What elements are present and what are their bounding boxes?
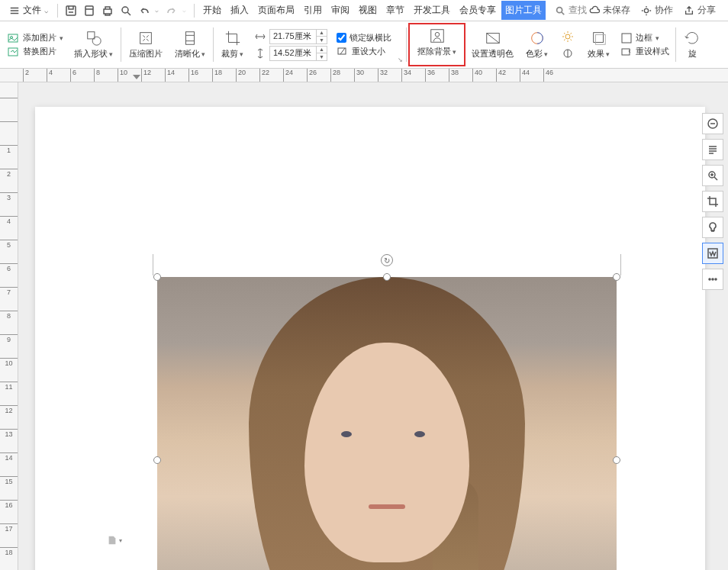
- reset-size-button[interactable]: 重设大小: [337, 45, 391, 57]
- border-button[interactable]: 边框▾: [620, 32, 669, 44]
- ruler-tick: 38: [449, 69, 472, 82]
- tab-insert[interactable]: 插入: [227, 1, 253, 20]
- add-image-button[interactable]: 添加图片▾: [8, 32, 63, 44]
- height-input[interactable]: 14.52厘米 ▲▼: [269, 46, 327, 61]
- width-value: 21.75厘米: [273, 31, 311, 42]
- reset-style-button[interactable]: 重设样式: [620, 46, 669, 58]
- replace-image-button[interactable]: 替换图片: [8, 46, 63, 58]
- file-menu[interactable]: 文件 ⌵: [5, 2, 53, 18]
- width-spin-down[interactable]: ▼: [317, 37, 327, 43]
- svg-rect-8: [8, 48, 18, 56]
- resize-handle-tm[interactable]: [383, 273, 391, 281]
- svg-rect-21: [595, 34, 605, 44]
- contrast-icon: [562, 47, 574, 60]
- vertical-ruler[interactable]: 123456789101112131415161718192021: [0, 82, 18, 570]
- ruler-tick: 2: [23, 69, 47, 82]
- height-icon: [254, 47, 266, 60]
- transparent-icon: [485, 30, 501, 47]
- print-button[interactable]: [99, 2, 116, 19]
- ruler-tick: 7: [0, 287, 18, 311]
- side-more-button[interactable]: [702, 269, 723, 290]
- ruler-tick: 24: [283, 69, 307, 82]
- contrast-button[interactable]: [559, 46, 577, 61]
- tab-references[interactable]: 引用: [300, 1, 326, 20]
- separator: [194, 4, 195, 18]
- rotate-handle[interactable]: [381, 254, 393, 266]
- selected-image[interactable]: [157, 277, 617, 570]
- border-label: 边框: [636, 32, 652, 43]
- redo-button[interactable]: [163, 2, 180, 19]
- remove-background-button[interactable]: 抠除背景▾: [411, 26, 462, 59]
- preview-button[interactable]: [118, 2, 134, 19]
- tab-review[interactable]: 审阅: [327, 1, 353, 20]
- rotate-button[interactable]: 旋: [678, 23, 707, 66]
- tab-member[interactable]: 会员专享: [456, 1, 500, 20]
- print-preview-button[interactable]: [81, 2, 98, 19]
- ruler-tick: 16: [0, 500, 18, 523]
- ruler-tick: 8: [0, 311, 18, 334]
- side-word-button[interactable]: [702, 243, 723, 264]
- color-button[interactable]: 色彩▾: [520, 23, 554, 66]
- unsaved-label: 未保存: [603, 4, 630, 17]
- horizontal-ruler[interactable]: 2468101214161820222426283032343638404244…: [0, 69, 728, 82]
- tab-sections[interactable]: 章节: [382, 1, 408, 20]
- ruler-tick: 22: [259, 69, 283, 82]
- svg-rect-23: [622, 49, 630, 55]
- insert-shape-button[interactable]: 插入形状▾: [68, 23, 119, 66]
- side-crop-button[interactable]: [702, 191, 723, 212]
- share-button[interactable]: 分享: [684, 4, 716, 17]
- collab-button[interactable]: 协作: [641, 4, 673, 17]
- undo-button[interactable]: [136, 2, 153, 19]
- resize-handle-rm[interactable]: [613, 456, 620, 464]
- resize-handle-lm[interactable]: [153, 456, 161, 464]
- search-box[interactable]: 查找: [555, 4, 587, 17]
- crop-button[interactable]: 裁剪▾: [215, 23, 250, 66]
- chevron-down-icon[interactable]: ⌵: [155, 7, 159, 14]
- side-zoom-button[interactable]: [702, 165, 723, 186]
- ribbon: 添加图片▾ 替换图片 插入形状▾ 压缩图片 清晰化▾ 裁剪▾ 21.75厘米 ▲…: [0, 21, 728, 69]
- tab-developer[interactable]: 开发工具: [410, 1, 454, 20]
- ruler-tick: 14: [165, 69, 188, 82]
- ruler-tick: 3: [0, 192, 18, 216]
- resize-handle-tr[interactable]: [613, 273, 620, 281]
- svg-rect-22: [622, 34, 631, 43]
- sharpen-button[interactable]: 清晰化▾: [169, 23, 211, 66]
- sharpen-icon: [182, 30, 198, 47]
- svg-point-15: [435, 32, 440, 37]
- document-canvas[interactable]: ▾: [18, 82, 728, 570]
- save-button[interactable]: [63, 2, 79, 19]
- resize-handle-tl[interactable]: [153, 273, 161, 281]
- side-layout-button[interactable]: [702, 139, 723, 160]
- brightness-button[interactable]: [559, 29, 577, 44]
- ruler-tick: 42: [496, 69, 520, 82]
- svg-rect-14: [430, 30, 443, 43]
- tab-start[interactable]: 开始: [199, 1, 225, 20]
- ruler-tick: 36: [425, 69, 449, 82]
- svg-rect-20: [593, 33, 603, 43]
- effects-label: 效果: [588, 48, 604, 60]
- effects-button[interactable]: 效果▾: [581, 23, 616, 66]
- width-spin-up[interactable]: ▲: [317, 30, 327, 37]
- unsaved-status[interactable]: 未保存: [589, 4, 630, 17]
- width-input[interactable]: 21.75厘米 ▲▼: [269, 29, 327, 44]
- tab-page-layout[interactable]: 页面布局: [254, 1, 298, 20]
- page-indicator[interactable]: ▾: [107, 535, 122, 546]
- tab-picture-tools[interactable]: 图片工具: [501, 1, 546, 20]
- ruler-tick: 5: [0, 240, 18, 263]
- height-spin-down[interactable]: ▼: [317, 53, 327, 60]
- separator: [57, 4, 58, 18]
- tab-view[interactable]: 视图: [355, 1, 381, 20]
- lock-ratio-checkbox[interactable]: 锁定纵横比: [337, 32, 391, 43]
- height-spin-up[interactable]: ▲: [317, 47, 327, 54]
- border-icon: [620, 32, 633, 44]
- set-transparent-button[interactable]: 设置透明色: [465, 23, 520, 66]
- indent-marker-icon[interactable]: [133, 75, 140, 79]
- compress-image-button[interactable]: 压缩图片: [123, 23, 169, 66]
- reset-size-icon: [337, 45, 349, 57]
- effects-icon: [591, 30, 607, 47]
- crop-icon: [224, 30, 241, 47]
- side-collapse-button[interactable]: [702, 113, 723, 134]
- chevron-down-icon[interactable]: ⌵: [182, 7, 186, 14]
- lock-ratio-input[interactable]: [337, 33, 346, 43]
- side-bulb-button[interactable]: [702, 217, 723, 238]
